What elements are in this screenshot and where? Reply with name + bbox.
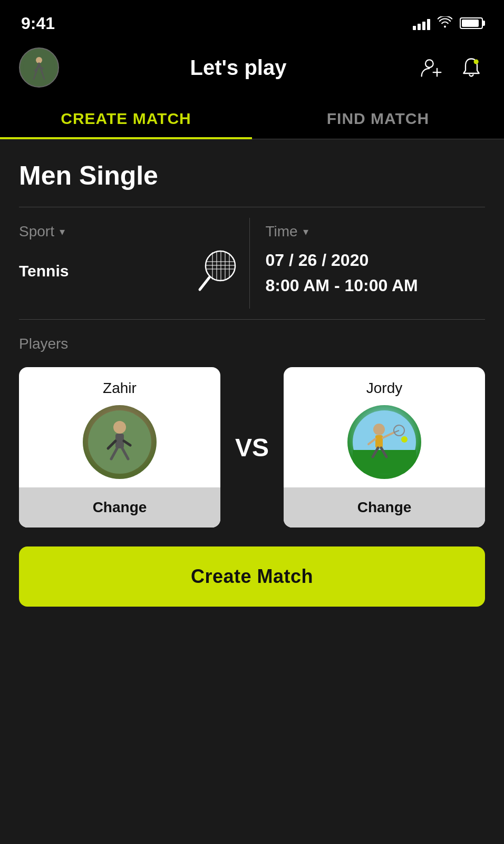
tabs: CREATE MATCH FIND MATCH [0,98,504,139]
player2-card-top: Jordy [284,367,485,487]
svg-line-21 [200,277,209,290]
status-bar: 9:41 [0,0,504,42]
status-time: 9:41 [21,14,55,33]
time-label: Time [266,223,298,240]
status-icons [413,15,483,32]
sport-value-row: Tennis [19,247,239,295]
svg-point-8 [425,60,433,68]
svg-point-12 [206,251,235,281]
header-title: Let's play [190,56,287,80]
sport-label: Sport [19,223,54,240]
sport-time-row: Sport ▾ Tennis [19,218,485,309]
player1-name: Zahir [103,380,137,397]
svg-point-11 [474,59,479,64]
avatar[interactable] [19,47,59,88]
vs-label: VS [220,433,284,462]
signal-icon [413,16,430,30]
player1-change-button[interactable]: Change [19,487,220,528]
wifi-icon [438,15,452,32]
sport-value: Tennis [19,262,69,280]
time-chevron-icon: ▾ [303,225,308,238]
time-date: 07 / 26 / 2020 [266,247,486,273]
svg-point-31 [373,424,385,435]
player1-avatar [83,405,157,479]
time-value: 07 / 26 / 2020 8:00 AM - 10:00 AM [266,247,486,298]
sport-column: Sport ▾ Tennis [19,218,250,309]
person-add-icon[interactable] [418,54,445,81]
sport-dropdown[interactable]: Sport ▾ [19,223,239,240]
player2-name: Jordy [366,380,402,397]
create-match-button[interactable]: Create Match [19,546,485,607]
divider-bottom [19,319,485,320]
svg-point-0 [23,52,55,83]
time-range: 8:00 AM - 10:00 AM [266,273,486,298]
header: Let's play [0,42,504,98]
svg-rect-32 [375,435,383,448]
player1-card: Zahir Change [19,367,220,528]
battery-icon [460,17,483,29]
tennis-racket-icon [191,247,239,295]
match-type-title: Men Single [19,160,485,191]
time-column: Time ▾ 07 / 26 / 2020 8:00 AM - 10:00 AM [250,218,486,309]
header-actions [418,54,485,81]
time-dropdown[interactable]: Time ▾ [266,223,486,240]
svg-point-39 [401,436,408,443]
chevron-down-icon: ▾ [60,225,65,238]
tab-create-match[interactable]: CREATE MATCH [0,98,252,139]
player2-card: Jordy [284,367,485,528]
player1-card-top: Zahir [19,367,220,487]
main-content: Men Single Sport ▾ Tennis [0,139,504,844]
players-section-label: Players [19,335,485,352]
divider-top [19,207,485,207]
players-row: Zahir Change VS [19,367,485,528]
svg-point-1 [36,57,42,63]
player2-avatar [347,405,421,479]
bell-icon[interactable] [458,54,485,81]
tab-find-match[interactable]: FIND MATCH [252,98,504,139]
svg-point-23 [113,421,126,434]
player2-change-button[interactable]: Change [284,487,485,528]
